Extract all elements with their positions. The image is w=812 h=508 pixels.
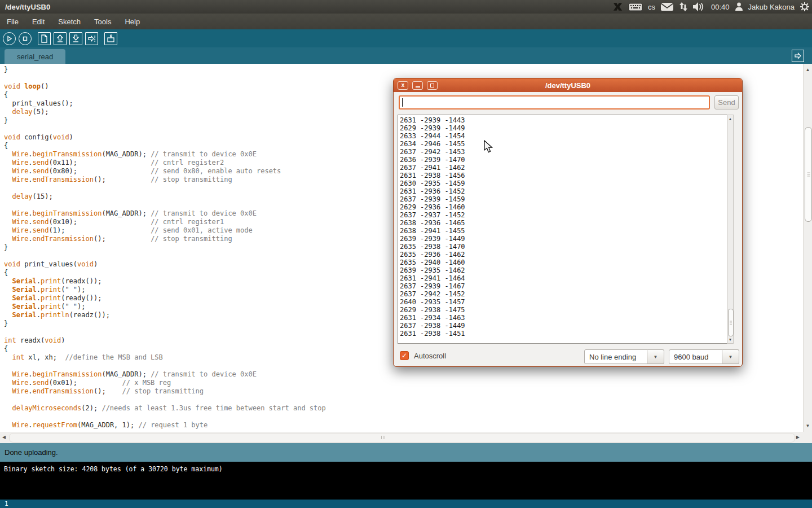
- autoscroll-checkbox[interactable]: ✓: [400, 351, 409, 360]
- menu-item-help[interactable]: Help: [118, 14, 147, 29]
- serial-data-row: 2633 -2944 -1454: [398, 132, 733, 140]
- serial-data-row: 2637 -2938 -1449: [398, 322, 733, 330]
- serial-data-row: 2634 -2946 -1455: [398, 140, 733, 148]
- scroll-right-arrow-icon[interactable]: ▶: [796, 435, 800, 440]
- keyboard-layout-label[interactable]: cs: [648, 3, 655, 11]
- sync-arrows-icon[interactable]: [679, 2, 688, 11]
- serial-data-row: 2637 -2942 -1452: [398, 290, 733, 298]
- baud-rate-value: 9600 baud: [674, 353, 708, 361]
- serial-data-row: 2637 -2941 -1462: [398, 164, 733, 172]
- serial-data-row: 2631 -2938 -1451: [398, 330, 733, 338]
- status-bar: Done uploading.: [0, 443, 812, 462]
- maximize-button[interactable]: [427, 81, 438, 90]
- keyboard-icon[interactable]: [628, 3, 643, 11]
- tab-label: serial_read: [17, 52, 53, 61]
- serial-monitor-titlebar[interactable]: /dev/ttyUSB0 x: [394, 78, 742, 92]
- send-button[interactable]: Send: [714, 95, 739, 110]
- line-ending-value: No line ending: [589, 353, 636, 361]
- menu-item-edit[interactable]: Edit: [25, 14, 51, 29]
- serial-monitor-title: /dev/ttyUSB0: [394, 81, 742, 90]
- serial-data-row: 2631 -2939 -1443: [398, 116, 733, 124]
- serial-monitor-button[interactable]: [104, 32, 117, 45]
- user-icon: [735, 2, 743, 11]
- window-title: /dev/ttyUSB0: [5, 3, 50, 11]
- session-gear-icon[interactable]: [800, 2, 810, 12]
- checkmark-icon: ✓: [401, 352, 407, 360]
- maximize-icon: [430, 84, 434, 87]
- code-line: Wire.beginTransmission(MAG_ADDR); // tra…: [4, 370, 803, 379]
- serial-data-row: 2631 -2936 -1452: [398, 187, 733, 195]
- save-button[interactable]: [69, 32, 82, 45]
- editor-vertical-scrollbar[interactable]: ▲ ▼: [803, 64, 812, 432]
- serial-scroll-up-icon[interactable]: ▲: [729, 117, 732, 121]
- serial-scroll-down-icon[interactable]: ▼: [729, 338, 732, 341]
- clock[interactable]: 00:40: [711, 3, 730, 11]
- indicator-applet-icon[interactable]: [612, 2, 623, 12]
- serial-data-row: 2629 -2938 -1475: [398, 306, 733, 314]
- scroll-up-arrow-icon[interactable]: ▲: [806, 67, 810, 72]
- close-button[interactable]: x: [398, 81, 408, 90]
- serial-data-row: 2637 -2939 -1459: [398, 195, 733, 203]
- menu-bar: FileEditSketchToolsHelp: [0, 14, 812, 29]
- system-tray: cs 00:40 Jakub Kakona: [612, 0, 810, 14]
- code-line: [4, 413, 803, 421]
- serial-data-row: 2631 -2934 -1463: [398, 314, 733, 322]
- text-caret: [402, 98, 403, 107]
- serial-data-row: 2640 -2935 -1457: [398, 298, 733, 306]
- code-line: delayMicroseconds(2); //needs at least 1…: [4, 404, 803, 413]
- current-line-number: 1: [5, 500, 8, 507]
- serial-monitor-window: /dev/ttyUSB0 x Send 2631 -2939 -14432629…: [393, 78, 743, 367]
- serial-data-row: 2637 -2937 -1452: [398, 211, 733, 219]
- new-sketch-button[interactable]: [38, 32, 51, 45]
- serial-data-row: 2631 -2941 -1464: [398, 274, 733, 282]
- line-ending-dropdown-arrow-icon[interactable]: ▼: [647, 349, 664, 364]
- tab-serial-read[interactable]: serial_read: [5, 49, 65, 64]
- serial-data-row: 2629 -2939 -1449: [398, 124, 733, 132]
- toolbar: [0, 29, 812, 47]
- serial-data-row: 2629 -2936 -1460: [398, 203, 733, 211]
- screen: /dev/ttyUSB0 cs: [0, 0, 812, 508]
- volume-icon[interactable]: [693, 2, 706, 11]
- upload-button[interactable]: [85, 32, 98, 45]
- username-label[interactable]: Jakub Kakona: [748, 3, 795, 11]
- scroll-down-arrow-icon[interactable]: ▼: [806, 423, 810, 428]
- tab-menu-button[interactable]: [792, 50, 804, 62]
- minimize-icon: [416, 86, 420, 87]
- scroll-left-arrow-icon[interactable]: ◀: [2, 435, 6, 440]
- mouse-cursor: [484, 140, 494, 154]
- console-line: Binary sketch size: 4208 bytes (of a 307…: [4, 465, 812, 473]
- tab-bar: serial_read: [0, 47, 812, 64]
- verify-button[interactable]: [3, 32, 16, 45]
- menu-item-file[interactable]: File: [0, 14, 25, 29]
- serial-scrollbar[interactable]: ▲ ▼: [727, 115, 734, 344]
- serial-data-row: 2630 -2935 -1459: [398, 179, 733, 187]
- code-line: Wire.requestFrom(MAG_ADDR, 1); // reques…: [4, 421, 803, 430]
- code-line: [4, 396, 803, 404]
- menu-item-tools[interactable]: Tools: [87, 14, 118, 29]
- editor-vscroll-thumb[interactable]: [805, 127, 812, 222]
- serial-data-row: 2635 -2936 -1462: [398, 251, 733, 259]
- serial-output-area[interactable]: 2631 -2939 -14432629 -2939 -14492633 -29…: [398, 115, 734, 344]
- baud-rate-select[interactable]: 9600 baud: [669, 349, 722, 364]
- menu-item-sketch[interactable]: Sketch: [51, 14, 87, 29]
- editor-horizontal-scrollbar[interactable]: ◀ ▶: [0, 432, 812, 443]
- top-panel: /dev/ttyUSB0 cs: [0, 0, 812, 14]
- serial-input-field[interactable]: [399, 95, 710, 110]
- line-ending-select[interactable]: No line ending: [584, 349, 647, 364]
- serial-data-row: 2638 -2941 -1455: [398, 227, 733, 235]
- serial-data-row: 2638 -2936 -1465: [398, 219, 733, 227]
- serial-data-row: 2639 -2939 -1449: [398, 235, 733, 243]
- minimize-button[interactable]: [412, 81, 423, 90]
- console-output: Binary sketch size: 4208 bytes (of a 307…: [0, 462, 812, 500]
- baud-dropdown-arrow-icon[interactable]: ▼: [722, 349, 739, 364]
- stop-button[interactable]: [19, 32, 32, 45]
- editor-hscroll-thumb[interactable]: [9, 433, 795, 443]
- open-button[interactable]: [54, 32, 67, 45]
- code-line: }: [4, 65, 803, 74]
- code-line: Wire.endTransmission(); // stop transmit…: [4, 387, 803, 396]
- send-button-label: Send: [718, 98, 735, 107]
- serial-monitor-controls: ✓ Autoscroll No line ending ▼ 9600 baud …: [394, 349, 742, 364]
- serial-scroll-thumb[interactable]: [728, 309, 734, 336]
- line-number-bar: 1: [0, 500, 812, 508]
- mail-icon[interactable]: [660, 2, 674, 11]
